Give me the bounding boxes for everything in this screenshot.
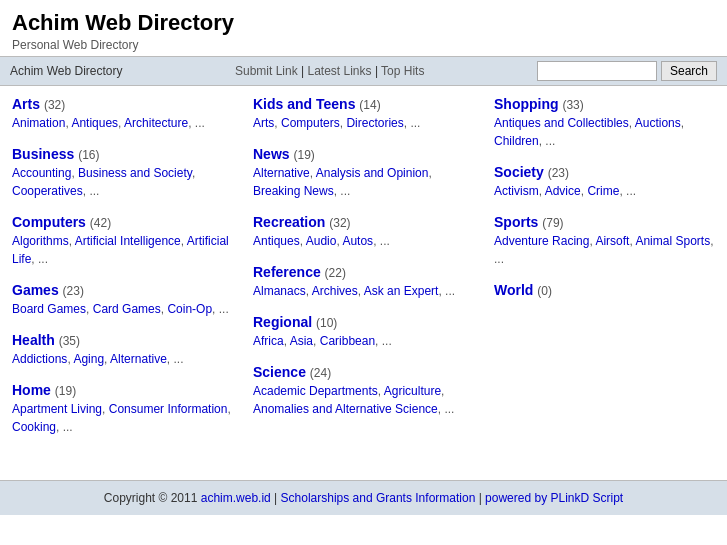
- search-area: Search: [537, 61, 717, 81]
- category-regional-link[interactable]: Regional: [253, 314, 312, 330]
- category-home-link[interactable]: Home: [12, 382, 51, 398]
- main-content: Arts (32) Animation, Antiques, Architect…: [0, 86, 727, 460]
- cat-rec-antiques[interactable]: Antiques: [253, 234, 300, 248]
- nav-bar: Achim Web Directory Submit Link | Latest…: [0, 56, 727, 86]
- cat-arts-animation[interactable]: Animation: [12, 116, 65, 130]
- cat-soc-advice[interactable]: Advice: [545, 184, 581, 198]
- category-world-link[interactable]: World: [494, 282, 533, 298]
- column-2: Kids and Teens (14) Arts, Computers, Dir…: [253, 96, 474, 450]
- category-regional: Regional (10) Africa, Asia, Caribbean, .…: [253, 314, 474, 350]
- category-arts-link[interactable]: Arts: [12, 96, 40, 112]
- category-shopping-link[interactable]: Shopping: [494, 96, 559, 112]
- cat-news-breaking[interactable]: Breaking News: [253, 184, 334, 198]
- cat-kids-arts[interactable]: Arts: [253, 116, 274, 130]
- cat-health-alternative[interactable]: Alternative: [110, 352, 167, 366]
- category-business: Business (16) Accounting, Business and S…: [12, 146, 233, 200]
- top-hits[interactable]: Top Hits: [381, 64, 424, 78]
- cat-news-alternative[interactable]: Alternative: [253, 166, 310, 180]
- category-business-link[interactable]: Business: [12, 146, 74, 162]
- category-society: Society (23) Activism, Advice, Crime, ..…: [494, 164, 715, 200]
- cat-shop-auctions[interactable]: Auctions: [635, 116, 681, 130]
- cat-reg-asia[interactable]: Asia: [290, 334, 313, 348]
- nav-links: Submit Link | Latest Links | Top Hits: [235, 64, 424, 78]
- category-games: Games (23) Board Games, Card Games, Coin…: [12, 282, 233, 318]
- cat-ref-archives[interactable]: Archives: [312, 284, 358, 298]
- cat-shop-antiques[interactable]: Antiques and Collectibles: [494, 116, 629, 130]
- cat-arts-architecture[interactable]: Architecture: [124, 116, 188, 130]
- cat-business-society[interactable]: Business and Society: [78, 166, 192, 180]
- cat-sci-academic[interactable]: Academic Departments: [253, 384, 378, 398]
- cat-rec-autos[interactable]: Autos: [342, 234, 373, 248]
- cat-kids-computers[interactable]: Computers: [281, 116, 340, 130]
- search-input[interactable]: [537, 61, 657, 81]
- category-home: Home (19) Apartment Living, Consumer Inf…: [12, 382, 233, 436]
- latest-links[interactable]: Latest Links: [307, 64, 371, 78]
- footer-link-powered[interactable]: powered by PLinkD Script: [485, 491, 623, 505]
- cat-business-cooperatives[interactable]: Cooperatives: [12, 184, 83, 198]
- footer-link-scholarships[interactable]: Scholarships and Grants Information: [281, 491, 476, 505]
- footer-link-site[interactable]: achim.web.id: [201, 491, 271, 505]
- footer-copyright: Copyright © 2011: [104, 491, 201, 505]
- category-sports-link[interactable]: Sports: [494, 214, 538, 230]
- cat-arts-antiques[interactable]: Antiques: [71, 116, 118, 130]
- category-news-link[interactable]: News: [253, 146, 290, 162]
- cat-shop-children[interactable]: Children: [494, 134, 539, 148]
- cat-ref-askexpert[interactable]: Ask an Expert: [364, 284, 439, 298]
- cat-home-consumer[interactable]: Consumer Information: [109, 402, 228, 416]
- cat-ref-almanacs[interactable]: Almanacs: [253, 284, 306, 298]
- category-kids-link[interactable]: Kids and Teens: [253, 96, 355, 112]
- cat-sports-animal[interactable]: Animal Sports: [635, 234, 710, 248]
- cat-rec-audio[interactable]: Audio: [306, 234, 337, 248]
- nav-site-name: Achim Web Directory: [10, 64, 122, 78]
- cat-sports-airsoft[interactable]: Airsoft: [595, 234, 629, 248]
- cat-kids-directories[interactable]: Directories: [346, 116, 403, 130]
- cat-health-aging[interactable]: Aging: [73, 352, 104, 366]
- category-computers: Computers (42) Algorithms, Artificial In…: [12, 214, 233, 268]
- category-health-link[interactable]: Health: [12, 332, 55, 348]
- column-1: Arts (32) Animation, Antiques, Architect…: [12, 96, 233, 450]
- category-health: Health (35) Addictions, Aging, Alternati…: [12, 332, 233, 368]
- category-recreation-link[interactable]: Recreation: [253, 214, 325, 230]
- cat-news-analysis[interactable]: Analysis and Opinion: [316, 166, 429, 180]
- cat-games-coinop[interactable]: Coin-Op: [167, 302, 212, 316]
- cat-computers-ai[interactable]: Artificial Intelligence: [75, 234, 181, 248]
- category-arts: Arts (32) Animation, Antiques, Architect…: [12, 96, 233, 132]
- category-sports: Sports (79) Adventure Racing, Airsoft, A…: [494, 214, 715, 268]
- cat-reg-africa[interactable]: Africa: [253, 334, 284, 348]
- cat-reg-caribbean[interactable]: Caribbean: [320, 334, 375, 348]
- cat-games-cardgames[interactable]: Card Games: [93, 302, 161, 316]
- category-world: World (0): [494, 282, 715, 298]
- cat-games-boardgames[interactable]: Board Games: [12, 302, 86, 316]
- site-title: Achim Web Directory: [12, 10, 715, 36]
- category-recreation: Recreation (32) Antiques, Audio, Autos, …: [253, 214, 474, 250]
- cat-health-addictions[interactable]: Addictions: [12, 352, 67, 366]
- category-shopping: Shopping (33) Antiques and Collectibles,…: [494, 96, 715, 150]
- category-society-link[interactable]: Society: [494, 164, 544, 180]
- cat-sports-adventure[interactable]: Adventure Racing: [494, 234, 589, 248]
- submit-link[interactable]: Submit Link: [235, 64, 298, 78]
- category-kids: Kids and Teens (14) Arts, Computers, Dir…: [253, 96, 474, 132]
- site-subtitle: Personal Web Directory: [12, 38, 715, 52]
- footer: Copyright © 2011 achim.web.id | Scholars…: [0, 480, 727, 515]
- category-reference: Reference (22) Almanacs, Archives, Ask a…: [253, 264, 474, 300]
- category-games-link[interactable]: Games: [12, 282, 59, 298]
- header: Achim Web Directory Personal Web Directo…: [0, 0, 727, 56]
- search-button[interactable]: Search: [661, 61, 717, 81]
- column-3: Shopping (33) Antiques and Collectibles,…: [494, 96, 715, 450]
- cat-business-accounting[interactable]: Accounting: [12, 166, 71, 180]
- cat-home-cooking[interactable]: Cooking: [12, 420, 56, 434]
- category-computers-link[interactable]: Computers: [12, 214, 86, 230]
- category-reference-link[interactable]: Reference: [253, 264, 321, 280]
- category-science-link[interactable]: Science: [253, 364, 306, 380]
- cat-soc-crime[interactable]: Crime: [587, 184, 619, 198]
- cat-computers-algorithms[interactable]: Algorithms: [12, 234, 69, 248]
- category-science: Science (24) Academic Departments, Agric…: [253, 364, 474, 418]
- category-news: News (19) Alternative, Analysis and Opin…: [253, 146, 474, 200]
- cat-soc-activism[interactable]: Activism: [494, 184, 539, 198]
- cat-sci-anomalies[interactable]: Anomalies and Alternative Science: [253, 402, 438, 416]
- cat-sci-agriculture[interactable]: Agriculture: [384, 384, 441, 398]
- cat-home-apartment[interactable]: Apartment Living: [12, 402, 102, 416]
